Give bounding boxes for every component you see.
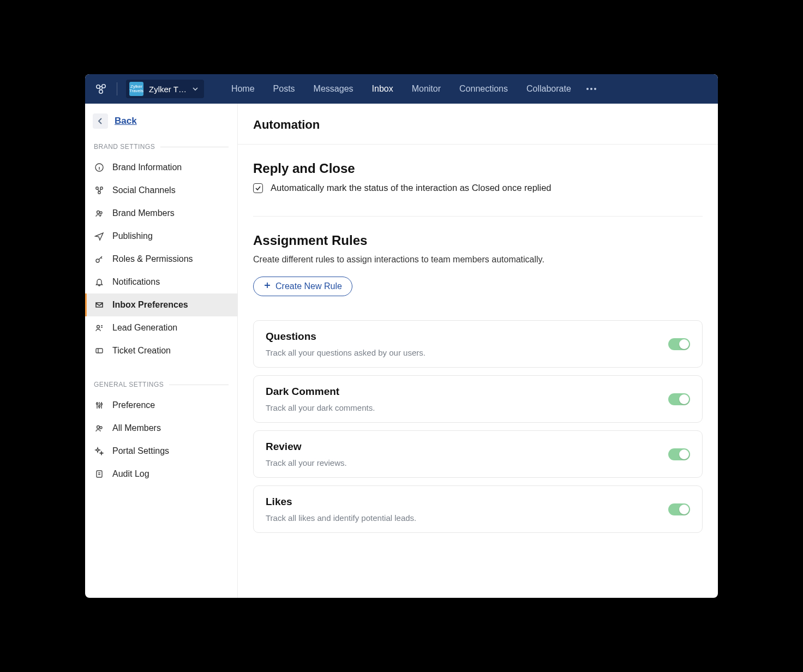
rule-card-dark-comment: Dark Comment Track all your dark comment… <box>253 375 703 423</box>
sidebar-item-label: Social Channels <box>112 185 176 195</box>
lead-icon <box>94 323 105 333</box>
sidebar-item-label: Notifications <box>112 277 160 287</box>
main-content: Automation Reply and Close Automatically… <box>238 104 718 598</box>
brand-logo-icon: ZylkerTravels <box>129 82 143 96</box>
sidebar-item-brand-members[interactable]: Brand Members <box>85 202 237 225</box>
svg-point-2 <box>99 90 103 93</box>
section-label-brand: BRAND SETTINGS <box>85 136 237 156</box>
sidebar-item-label: Roles & Permissions <box>112 254 193 264</box>
nav-messages[interactable]: Messages <box>314 84 353 94</box>
brand-name: Zylker T… <box>149 85 187 94</box>
rule-desc: Track all your questions asked by our us… <box>266 348 426 357</box>
back-arrow-icon[interactable] <box>93 113 108 129</box>
svg-point-15 <box>97 426 100 429</box>
ticket-icon <box>94 346 105 356</box>
sidebar-item-label: All Members <box>112 423 161 433</box>
sidebar-item-label: Audit Log <box>112 469 149 479</box>
nav-inbox[interactable]: Inbox <box>372 84 393 94</box>
sidebar-item-notifications[interactable]: Notifications <box>85 271 237 293</box>
sidebar-item-roles-permissions[interactable]: Roles & Permissions <box>85 248 237 271</box>
sidebar-item-lead-generation[interactable]: Lead Generation <box>85 316 237 339</box>
assignment-rules-section: Assignment Rules Create different rules … <box>238 217 718 313</box>
info-icon <box>94 163 105 172</box>
sidebar-item-publishing[interactable]: Publishing <box>85 225 237 248</box>
rule-card-questions: Questions Track all your questions asked… <box>253 320 703 368</box>
log-icon <box>94 469 105 479</box>
app-logo-icon <box>94 82 108 96</box>
nav-monitor[interactable]: Monitor <box>412 84 441 94</box>
create-new-rule-label: Create New Rule <box>275 281 342 291</box>
nav-home[interactable]: Home <box>231 84 255 94</box>
nav-collaborate[interactable]: Collaborate <box>526 84 571 94</box>
sidebar-item-brand-information[interactable]: Brand Information <box>85 156 237 179</box>
sidebar: Back BRAND SETTINGS Brand Information So… <box>85 104 238 598</box>
sidebar-item-label: Brand Information <box>112 163 182 172</box>
page-title: Automation <box>238 104 718 145</box>
bell-icon <box>94 277 105 287</box>
back-row: Back <box>85 113 237 136</box>
rule-toggle-questions[interactable] <box>668 338 690 350</box>
sidebar-item-social-channels[interactable]: Social Channels <box>85 179 237 202</box>
sidebar-item-label: Inbox Preferences <box>112 300 188 310</box>
sidebar-item-preference[interactable]: Preference <box>85 394 237 417</box>
assignment-rules-desc: Create different rules to assign interac… <box>253 255 703 265</box>
rule-title: Dark Comment <box>266 386 375 398</box>
app-frame: ZylkerTravels Zylker T… Home Posts Messa… <box>85 74 718 598</box>
rule-desc: Track all your dark comments. <box>266 403 375 412</box>
sidebar-item-label: Publishing <box>112 231 153 241</box>
sparkle-icon <box>94 446 105 456</box>
send-icon <box>94 231 105 241</box>
rule-title: Questions <box>266 331 426 343</box>
rule-title: Review <box>266 441 347 453</box>
topbar-divider <box>117 82 117 95</box>
back-link[interactable]: Back <box>115 116 137 127</box>
assignment-rules-title: Assignment Rules <box>253 233 703 248</box>
brand-switcher[interactable]: ZylkerTravels Zylker T… <box>126 80 204 98</box>
sidebar-item-ticket-creation[interactable]: Ticket Creation <box>85 339 237 362</box>
more-icon[interactable] <box>586 88 596 90</box>
create-new-rule-button[interactable]: Create New Rule <box>253 277 352 296</box>
reply-close-section: Reply and Close Automatically mark the s… <box>238 145 718 199</box>
channels-icon <box>94 185 105 195</box>
chevron-down-icon <box>192 85 199 94</box>
rule-toggle-dark-comment[interactable] <box>668 393 690 405</box>
rule-desc: Track all your reviews. <box>266 458 347 467</box>
topbar: ZylkerTravels Zylker T… Home Posts Messa… <box>85 74 718 104</box>
svg-point-14 <box>101 404 103 405</box>
members-icon <box>94 423 105 433</box>
plus-icon <box>263 281 271 291</box>
sidebar-item-label: Portal Settings <box>112 446 169 456</box>
rule-card-likes: Likes Track all likes and identify poten… <box>253 485 703 533</box>
sidebar-item-audit-log[interactable]: Audit Log <box>85 463 237 485</box>
svg-point-6 <box>98 191 100 194</box>
main-nav: Home Posts Messages Inbox Monitor Connec… <box>231 84 571 94</box>
reply-close-checkbox[interactable] <box>253 183 263 193</box>
sidebar-item-portal-settings[interactable]: Portal Settings <box>85 440 237 463</box>
inbox-icon <box>94 300 105 310</box>
rule-toggle-likes[interactable] <box>668 503 690 515</box>
svg-point-12 <box>97 403 98 405</box>
svg-point-8 <box>100 212 102 214</box>
sliders-icon <box>94 400 105 410</box>
sidebar-item-inbox-preferences[interactable]: Inbox Preferences <box>85 293 237 316</box>
section-label-general: GENERAL SETTINGS <box>85 374 237 394</box>
sidebar-item-label: Preference <box>112 400 155 410</box>
svg-point-13 <box>99 406 100 407</box>
rule-card-review: Review Track all your reviews. <box>253 430 703 478</box>
nav-posts[interactable]: Posts <box>273 84 295 94</box>
svg-point-10 <box>97 326 100 328</box>
sidebar-item-label: Ticket Creation <box>112 346 171 356</box>
key-icon <box>94 254 105 264</box>
sidebar-item-all-members[interactable]: All Members <box>85 417 237 440</box>
svg-rect-11 <box>96 349 103 353</box>
rule-desc: Track all likes and identify potential l… <box>266 513 416 523</box>
sidebar-item-label: Brand Members <box>112 208 175 218</box>
sidebar-item-label: Lead Generation <box>112 323 177 333</box>
nav-connections[interactable]: Connections <box>459 84 508 94</box>
svg-point-16 <box>100 427 102 429</box>
body: Back BRAND SETTINGS Brand Information So… <box>85 104 718 598</box>
svg-point-7 <box>97 211 100 214</box>
svg-rect-17 <box>97 471 102 477</box>
rule-toggle-review[interactable] <box>668 448 690 460</box>
reply-close-title: Reply and Close <box>253 161 703 176</box>
